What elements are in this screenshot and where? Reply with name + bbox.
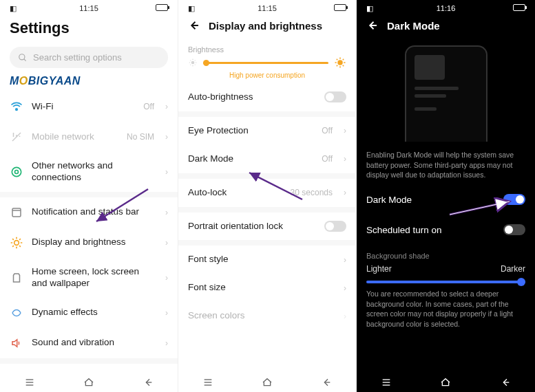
screen-colors-item[interactable]: Screen colors › (178, 302, 356, 330)
chevron-right-icon: › (165, 167, 168, 177)
sun-large-icon (334, 56, 346, 69)
wifi-icon (10, 100, 23, 113)
svg-point-0 (19, 54, 25, 59)
sim-icon (10, 130, 23, 144)
notification-icon (10, 206, 23, 219)
search-input[interactable]: Search setting options (10, 47, 168, 68)
system-update-item[interactable]: System update › (0, 364, 178, 371)
nav-recents-icon[interactable] (23, 377, 36, 388)
status-bar: ◧ 11:15 (0, 0, 178, 14)
scheduled-toggle[interactable] (503, 224, 525, 235)
brightness-icon (10, 236, 23, 250)
nav-back-icon[interactable] (499, 377, 512, 388)
status-bar: ◧ 11:15 (178, 0, 356, 14)
svg-rect-5 (12, 208, 21, 217)
other-networks-item[interactable]: Other networks and connections › (0, 152, 178, 192)
section-shade: Background shade (357, 245, 535, 261)
chevron-right-icon: › (165, 238, 168, 248)
dark-mode-item[interactable]: Dark Mode Off › (178, 145, 356, 173)
search-icon (18, 53, 28, 63)
portrait-lock-item[interactable]: Portrait orientation lock (178, 213, 356, 241)
nav-recents-icon[interactable] (201, 377, 215, 388)
chevron-right-icon: › (165, 208, 168, 217)
nav-bar (357, 370, 535, 392)
home-screen-item[interactable]: Home screen, lock screen and wallpaper › (0, 258, 178, 298)
chevron-right-icon: › (344, 255, 346, 265)
back-icon[interactable] (188, 19, 200, 32)
nav-back-icon[interactable] (319, 377, 333, 388)
status-time: 11:15 (79, 4, 98, 12)
back-icon[interactable] (366, 19, 379, 32)
status-left-icon: ◧ (10, 4, 37, 12)
dark-mode-preview (405, 45, 487, 142)
portrait-lock-toggle[interactable] (324, 221, 346, 232)
auto-brightness-toggle[interactable] (324, 91, 346, 102)
auto-lock-item[interactable]: Auto-lock 30 seconds › (178, 179, 356, 207)
watermark-logo: MOBIGYAAN (10, 75, 168, 87)
auto-brightness-item[interactable]: Auto-brightness (178, 83, 356, 111)
display-panel: ◧ 11:15 Display and brightness Brightnes… (178, 0, 357, 392)
chevron-right-icon: › (165, 308, 168, 318)
status-left-icon: ◧ (188, 4, 216, 12)
sound-icon (10, 336, 23, 350)
slider-track[interactable] (203, 62, 328, 64)
dark-mode-panel: ◧ 11:16 Dark Mode Enabling Dark Mode wil… (357, 0, 535, 392)
page-title: Settings (10, 19, 70, 37)
search-placeholder: Search setting options (33, 52, 122, 63)
svg-point-4 (12, 167, 21, 176)
font-style-item[interactable]: Font style › (178, 246, 356, 274)
sound-item[interactable]: Sound and vibration › (0, 328, 178, 358)
title-row: Dark Mode (357, 14, 535, 39)
status-bar: ◧ 11:16 (357, 0, 535, 14)
chevron-right-icon: › (344, 283, 346, 293)
shade-slider[interactable] (366, 281, 525, 283)
settings-panel: ◧ 11:15 Settings Search setting options … (0, 0, 178, 392)
divider (178, 207, 356, 213)
battery-icon (140, 4, 168, 12)
chevron-right-icon: › (165, 338, 168, 348)
eye-protection-item[interactable]: Eye Protection Off › (178, 117, 356, 145)
effects-icon (10, 306, 23, 320)
chevron-right-icon: › (165, 273, 168, 283)
scheduled-label: Scheduled turn on (366, 225, 442, 235)
svg-point-3 (15, 170, 19, 173)
display-brightness-item[interactable]: Display and brightness › (0, 228, 178, 258)
divider (178, 111, 356, 117)
mobile-network-item[interactable]: Mobile network No SIM › (0, 122, 178, 152)
dark-mode-toggle[interactable] (503, 194, 525, 205)
notification-item[interactable]: Notification and status bar › (0, 197, 178, 228)
brightness-slider[interactable] (178, 55, 356, 70)
font-size-item[interactable]: Font size › (178, 274, 356, 302)
chevron-right-icon: › (344, 312, 346, 321)
wifi-item[interactable]: Wi-Fi Off › (0, 91, 178, 122)
page-title: Dark Mode (387, 20, 440, 32)
page-title: Display and brightness (209, 20, 322, 32)
nav-recents-icon[interactable] (379, 377, 393, 388)
title-row: Display and brightness (178, 14, 356, 39)
shade-labels: Lighter Darker (357, 261, 535, 276)
nav-home-icon[interactable] (438, 377, 453, 388)
svg-point-2 (16, 109, 18, 111)
svg-point-7 (14, 240, 19, 245)
nav-home-icon[interactable] (81, 377, 96, 388)
battery-icon (319, 4, 346, 12)
display-list: Auto-brightness Eye Protection Off › Dar… (178, 83, 356, 370)
wallpaper-icon (10, 271, 23, 285)
chevron-right-icon: › (165, 132, 168, 142)
nav-home-icon[interactable] (260, 377, 275, 388)
title-row: Settings (0, 14, 178, 44)
chevron-right-icon: › (344, 154, 346, 164)
divider (0, 192, 178, 197)
section-brightness: Brightness (178, 39, 356, 55)
dark-mode-toggle-row[interactable]: Dark Mode (357, 184, 535, 215)
divider (178, 240, 356, 246)
scheduled-toggle-row[interactable]: Scheduled turn on (357, 215, 535, 245)
battery-icon (498, 4, 525, 12)
svg-point-13 (337, 60, 343, 65)
svg-point-12 (191, 61, 195, 65)
chevron-right-icon: › (344, 188, 346, 197)
shade-note: You are recommended to select a deeper b… (357, 285, 535, 334)
dynamic-effects-item[interactable]: Dynamic effects › (0, 298, 178, 328)
nav-bar (178, 370, 356, 392)
nav-back-icon[interactable] (141, 377, 155, 388)
